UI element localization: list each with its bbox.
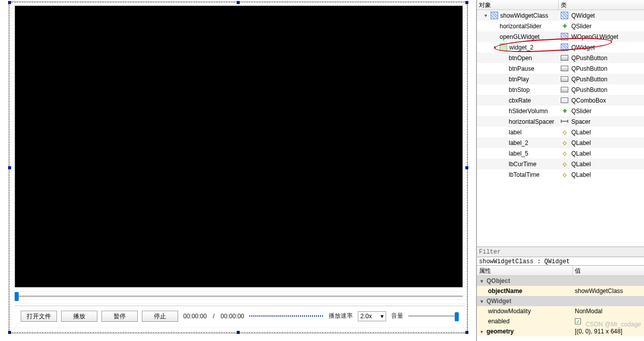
volume-slider[interactable] <box>408 312 459 321</box>
object-name: openGLWidget <box>500 33 540 40</box>
tree-row[interactable]: horizontalSlider✚QSlider <box>477 21 644 31</box>
property-row[interactable]: ▾QObject <box>477 276 644 286</box>
object-name: label_5 <box>509 150 528 157</box>
object-name: btnPlay <box>509 76 529 83</box>
volume-label: 音量 <box>390 312 404 320</box>
tree-row[interactable]: btnOpenQPushButton <box>477 53 644 63</box>
checkbox-icon[interactable]: ✓ <box>575 318 581 324</box>
property-row[interactable]: ▾QWidget <box>477 296 644 306</box>
tree-row[interactable]: btnStopQPushButton <box>477 84 644 95</box>
tree-row[interactable]: lbCurTime◇QLabel <box>477 159 644 169</box>
designer-panel: 打开文件 播放 暂停 停止 00:00:00 / 00:00:00 播放速率 2… <box>0 0 476 341</box>
stop-button[interactable]: 停止 <box>142 311 178 322</box>
class-name: QLabel <box>571 171 591 178</box>
prop-value[interactable]: showWidgetClass <box>575 287 623 295</box>
object-tree-header: 对象 类 <box>477 0 644 10</box>
tree-row[interactable]: ▾showWidgetClassQWidget <box>477 10 644 21</box>
design-canvas[interactable]: 打开文件 播放 暂停 停止 00:00:00 / 00:00:00 播放速率 2… <box>9 2 467 333</box>
category-label: QWidget <box>487 298 511 305</box>
tree-row[interactable]: label_2◇QLabel <box>477 137 644 148</box>
object-name: horizontalSpacer <box>509 118 554 125</box>
spacer-icon <box>561 118 568 125</box>
widget-icon <box>561 12 568 19</box>
chevron-down-icon: ▾ <box>381 313 384 320</box>
object-name: label_2 <box>509 139 528 147</box>
class-name: QSlider <box>571 108 592 115</box>
total-time: 00:00:00 <box>220 313 245 320</box>
expander-icon[interactable]: ▾ <box>479 299 485 304</box>
tree-row[interactable]: label_5◇QLabel <box>477 148 644 159</box>
property-row[interactable]: objectNameshowWidgetClass <box>477 286 644 296</box>
class-name: QLabel <box>571 139 591 147</box>
selected-object-label: showWidgetClass : QWidget <box>477 257 644 266</box>
play-button[interactable]: 播放 <box>61 311 97 322</box>
header-class[interactable]: 类 <box>559 0 644 10</box>
progress-mini-slider[interactable] <box>249 312 324 321</box>
tree-row[interactable]: cbxRateQComboBox <box>477 95 644 106</box>
rate-combobox[interactable]: 2.0x ▾ <box>358 311 386 321</box>
label-icon: ◇ <box>561 160 568 168</box>
header-value[interactable]: 值 <box>573 266 644 275</box>
prop-name: geometry <box>487 328 514 335</box>
opengl-widget[interactable] <box>15 6 463 287</box>
tree-row[interactable]: ▾widget_2QWidget <box>477 42 644 53</box>
rate-value: 2.0x <box>360 313 372 320</box>
tree-row[interactable]: lbTotalTime◇QLabel <box>477 169 644 180</box>
widget-icon <box>561 43 568 51</box>
filter-input[interactable]: Filter <box>477 247 644 257</box>
object-name: btnStop <box>509 86 529 93</box>
prop-value[interactable]: NonModal <box>575 308 603 315</box>
prop-name: windowModality <box>488 308 531 315</box>
pushbutton-icon <box>561 76 568 82</box>
widget-icon <box>561 33 568 40</box>
object-name: lbCurTime <box>509 161 536 168</box>
vbox-icon <box>500 43 507 51</box>
expander-icon[interactable]: ▾ <box>479 329 485 334</box>
class-name: QPushButton <box>571 65 607 72</box>
rate-label: 播放速率 <box>328 312 354 320</box>
class-name: QWidget <box>571 44 595 51</box>
expander-icon[interactable]: ▾ <box>492 44 498 50</box>
class-name: QComboBox <box>571 97 606 104</box>
tree-row[interactable]: btnPlayQPushButton <box>477 74 644 84</box>
tree-row[interactable]: hSliderVolumn✚QSlider <box>477 106 644 116</box>
property-row[interactable]: windowModalityNonModal <box>477 306 644 316</box>
inspector-panel: 对象 类 ▾showWidgetClassQWidgethorizontalSl… <box>476 0 644 341</box>
class-name: QSlider <box>571 23 592 30</box>
object-name: showWidgetClass <box>500 12 548 19</box>
prop-name: objectName <box>488 287 522 295</box>
label-icon: ◇ <box>561 128 568 136</box>
header-property[interactable]: 属性 <box>477 266 573 275</box>
current-time: 00:00:00 <box>182 313 208 320</box>
tree-row[interactable]: btnPauseQPushButton <box>477 63 644 74</box>
pause-button[interactable]: 暂停 <box>101 311 138 322</box>
property-header: 属性 值 <box>477 266 644 276</box>
tree-row[interactable]: openGLWidgetWOpenGLWidget <box>477 31 644 42</box>
label-icon: ◇ <box>561 150 568 157</box>
object-name: btnOpen <box>509 55 532 62</box>
property-row[interactable]: ▾geometry[(0, 0), 911 x 648] <box>477 326 644 336</box>
object-name: lbTotalTime <box>509 171 540 178</box>
open-button[interactable]: 打开文件 <box>21 311 57 322</box>
class-name: Spacer <box>571 118 591 125</box>
slider-icon: ✚ <box>561 107 568 115</box>
prop-name: enabled <box>488 318 510 325</box>
object-name: hSliderVolumn <box>509 108 548 115</box>
object-tree[interactable]: ▾showWidgetClassQWidgethorizontalSlider✚… <box>477 10 644 247</box>
class-name: QPushButton <box>571 55 607 62</box>
label-icon: ◇ <box>561 171 568 178</box>
property-tree[interactable]: CSDN @Mr_codage ▾QObjectobjectNameshowWi… <box>477 276 644 341</box>
expander-icon[interactable]: ▾ <box>479 278 485 284</box>
tree-row[interactable]: label◇QLabel <box>477 127 644 137</box>
object-name: horizontalSlider <box>500 23 542 30</box>
header-object[interactable]: 对象 <box>477 0 559 10</box>
object-name: cbxRate <box>509 97 531 104</box>
object-name: label <box>509 129 521 136</box>
property-row[interactable]: enabled✓ <box>477 316 644 326</box>
tree-row[interactable]: horizontalSpacerSpacer <box>477 116 644 127</box>
class-name: QLabel <box>571 129 591 136</box>
expander-icon[interactable]: ▾ <box>483 13 489 18</box>
horizontal-slider[interactable] <box>15 291 463 302</box>
combobox-icon <box>561 98 568 103</box>
class-name: QWidget <box>571 12 595 19</box>
